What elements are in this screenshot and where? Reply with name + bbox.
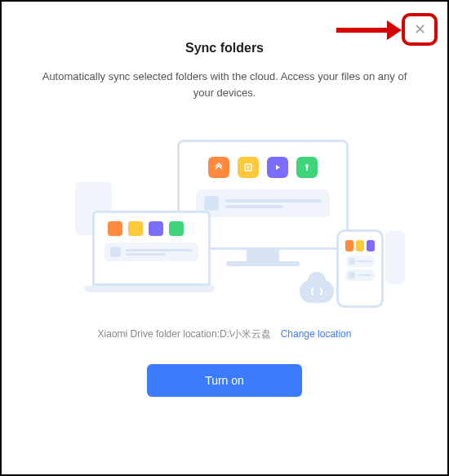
change-location-link[interactable]: Change location	[281, 328, 352, 340]
turn-on-button[interactable]: Turn on	[147, 364, 302, 397]
app-icon	[128, 221, 143, 236]
close-button[interactable]: ✕	[405, 16, 434, 42]
app-icon	[296, 157, 318, 178]
svg-point-3	[305, 164, 309, 167]
dialog-title: Sync folders	[26, 41, 423, 56]
annotation-highlight: ✕	[402, 13, 438, 46]
illustration-laptop	[90, 211, 212, 292]
annotation-arrow	[336, 23, 402, 38]
app-icon	[356, 240, 364, 251]
location-label: Xiaomi Drive folder location:	[98, 328, 220, 340]
close-icon: ✕	[414, 20, 426, 38]
location-path: D:\小米云盘	[220, 328, 271, 340]
dialog-subtitle: Automatically sync selected folders with…	[26, 69, 423, 100]
app-icon	[267, 157, 288, 178]
app-icon	[238, 157, 259, 178]
app-icon	[345, 240, 353, 251]
svg-rect-0	[245, 164, 251, 171]
drive-location-row: Xiaomi Drive folder location:D:\小米云盘 Cha…	[26, 327, 423, 341]
app-icon	[108, 221, 122, 236]
app-icon	[208, 157, 229, 178]
dialog-window: ✕ Sync folders Automatically sync select…	[0, 0, 449, 476]
sync-illustration	[26, 125, 423, 321]
illustration-phone	[336, 229, 384, 308]
app-icon	[149, 221, 163, 236]
bg-decor	[385, 231, 405, 284]
app-icon	[169, 221, 184, 236]
cloud-sync-icon	[300, 280, 334, 303]
app-icon	[367, 240, 375, 251]
